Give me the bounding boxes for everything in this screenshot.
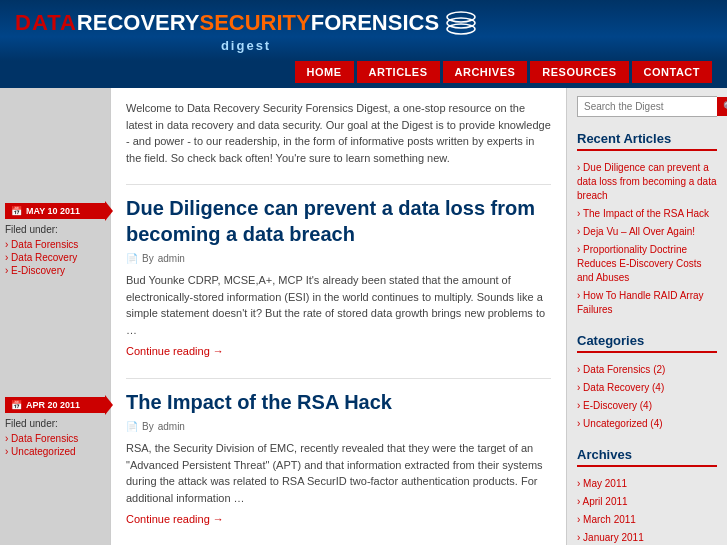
archive-3[interactable]: January 2011 xyxy=(577,529,717,545)
logo-top: DATARECOVERYSECURITYFORENSICS xyxy=(15,10,477,36)
filed-link-1-2[interactable]: E-Discovery xyxy=(5,264,105,277)
archive-2[interactable]: March 2011 xyxy=(577,511,717,529)
filed-under-label-2: Filed under: xyxy=(5,418,105,429)
search-button[interactable]: 🔍 xyxy=(717,97,727,116)
nav-resources[interactable]: RESOURCES xyxy=(530,61,628,83)
filed-under-label-1: Filed under: xyxy=(5,224,105,235)
article-author-2: 📄 By admin xyxy=(126,421,551,432)
filed-link-2-1[interactable]: Uncategorized xyxy=(5,445,105,458)
author-by-2: By xyxy=(142,421,154,432)
archive-1[interactable]: April 2011 xyxy=(577,493,717,511)
svg-point-1 xyxy=(447,18,475,28)
recent-article-4[interactable]: How To Handle RAID Array Failures xyxy=(577,287,717,319)
stack-icon xyxy=(445,11,477,35)
logo-area: DATARECOVERYSECURITYFORENSICS digest xyxy=(15,10,477,53)
logo-recovery: RECOVERY xyxy=(77,10,200,36)
author-icon-1: 📄 xyxy=(126,253,138,264)
author-icon-2: 📄 xyxy=(126,421,138,432)
article-author-1: 📄 By admin xyxy=(126,253,551,264)
nav-archives[interactable]: ARCHIVES xyxy=(443,61,528,83)
date-label-1: 📅 MAY 10 2011 xyxy=(5,203,105,219)
logo-data: DATA xyxy=(15,10,77,36)
date-label-2: 📅 APR 20 2011 xyxy=(5,397,105,413)
intro-text: Welcome to Data Recovery Security Forens… xyxy=(126,100,551,166)
date-block-2: 📅 APR 20 2011 Filed under: Data Forensic… xyxy=(0,397,110,458)
logo-digest: digest xyxy=(15,38,477,53)
logo-security: SECURITY xyxy=(200,10,311,36)
nav-contact[interactable]: CONTACT xyxy=(632,61,712,83)
article-title-1[interactable]: Due Diligence can prevent a data loss fr… xyxy=(126,195,551,247)
archives-title: Archives xyxy=(577,447,717,467)
archive-0[interactable]: May 2011 xyxy=(577,475,717,493)
calendar-icon-2: 📅 xyxy=(11,400,22,410)
main-layout: 📅 MAY 10 2011 Filed under: Data Forensic… xyxy=(0,88,727,545)
filed-link-1-0[interactable]: Data Forensics xyxy=(5,238,105,251)
recent-article-0[interactable]: Due Diligence can prevent a data loss fr… xyxy=(577,159,717,205)
navigation-bar: HOME ARTICLES ARCHIVES RESOURCES CONTACT xyxy=(0,61,727,88)
recent-article-3[interactable]: Proportionality Doctrine Reduces E-Disco… xyxy=(577,241,717,287)
svg-point-2 xyxy=(447,24,475,34)
article-excerpt-2: RSA, the Security Division of EMC, recen… xyxy=(126,440,551,506)
nav-home[interactable]: HOME xyxy=(295,61,354,83)
author-name-1: admin xyxy=(158,253,185,264)
content-area: Welcome to Data Recovery Security Forens… xyxy=(110,88,567,545)
article-excerpt-1: Bud Younke CDRP, MCSE,A+, MCP It's alrea… xyxy=(126,272,551,338)
continue-link-1[interactable]: Continue reading → xyxy=(126,345,224,357)
calendar-icon-1: 📅 xyxy=(11,206,22,216)
search-box: 🔍 xyxy=(577,96,717,117)
article-block-2: The Impact of the RSA Hack 📄 By admin RS… xyxy=(126,378,551,526)
recent-articles-section: Recent Articles Due Diligence can preven… xyxy=(577,131,717,319)
site-header: DATARECOVERYSECURITYFORENSICS digest xyxy=(0,0,727,61)
category-1[interactable]: Data Recovery (4) xyxy=(577,379,717,397)
article-block-1: Due Diligence can prevent a data loss fr… xyxy=(126,184,551,358)
recent-article-2[interactable]: Deja Vu – All Over Again! xyxy=(577,223,717,241)
category-3[interactable]: Uncategorized (4) xyxy=(577,415,717,433)
recent-articles-title: Recent Articles xyxy=(577,131,717,151)
filed-link-1-1[interactable]: Data Recovery xyxy=(5,251,105,264)
article-title-2[interactable]: The Impact of the RSA Hack xyxy=(126,389,551,415)
svg-point-0 xyxy=(447,12,475,22)
author-by-1: By xyxy=(142,253,154,264)
nav-articles[interactable]: ARTICLES xyxy=(357,61,440,83)
category-2[interactable]: E-Discovery (4) xyxy=(577,397,717,415)
recent-article-1[interactable]: The Impact of the RSA Hack xyxy=(577,205,717,223)
category-0[interactable]: Data Forensics (2) xyxy=(577,361,717,379)
continue-link-2[interactable]: Continue reading → xyxy=(126,513,224,525)
right-sidebar: 🔍 Recent Articles Due Diligence can prev… xyxy=(567,88,727,545)
date-text-2: APR 20 2011 xyxy=(26,400,80,410)
date-text-1: MAY 10 2011 xyxy=(26,206,80,216)
search-input[interactable] xyxy=(578,97,717,116)
date-block-1: 📅 MAY 10 2011 Filed under: Data Forensic… xyxy=(0,203,110,277)
categories-title: Categories xyxy=(577,333,717,353)
author-name-2: admin xyxy=(158,421,185,432)
left-sidebar: 📅 MAY 10 2011 Filed under: Data Forensic… xyxy=(0,88,110,545)
logo-forensics: FORENSICS xyxy=(311,10,439,36)
filed-link-2-0[interactable]: Data Forensics xyxy=(5,432,105,445)
categories-section: Categories Data Forensics (2) Data Recov… xyxy=(577,333,717,433)
archives-section: Archives May 2011 April 2011 March 2011 … xyxy=(577,447,717,545)
